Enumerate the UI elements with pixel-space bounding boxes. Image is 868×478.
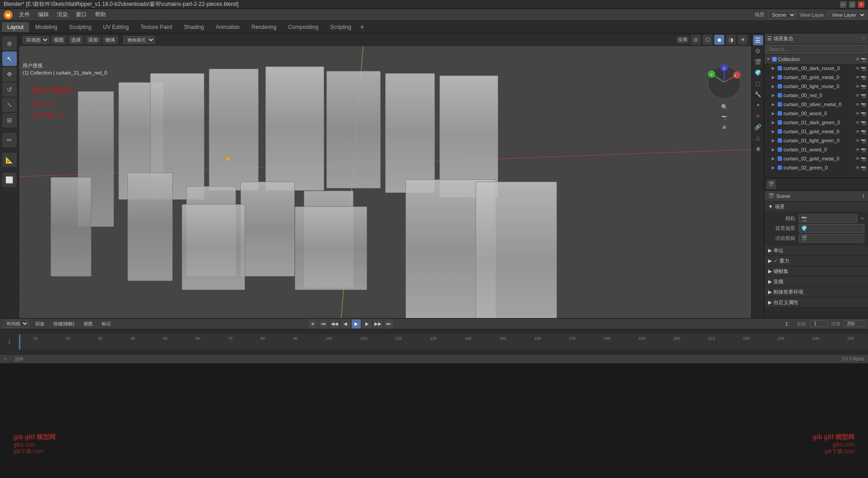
outliner-search-input[interactable] [766, 45, 866, 53]
mode-select[interactable]: 物体模式 [123, 36, 155, 44]
cam-icon[interactable]: 📷 [861, 57, 866, 62]
view-menu-btn[interactable]: 视图 [51, 36, 66, 44]
prop-section-header-gravity[interactable]: ▶ ✓ 重力 [764, 256, 868, 266]
prop-section-header-custom[interactable]: ▶ 自定义属性 [764, 297, 868, 307]
cam-icon[interactable]: 📷 [861, 84, 866, 89]
tab-texture-paint[interactable]: Texture Paint [135, 22, 178, 32]
select-tool[interactable]: ↖ [2, 52, 17, 66]
viewport-3d[interactable]: 3D视图 视图 选择 添加 物体 物体模式 全局 ⊙ ⬡ ◉ ◑ ☀ [19, 33, 751, 318]
outliner-item-12[interactable]: ▶ curtain_02_green_0 👁 📷 [764, 163, 868, 172]
eye-icon[interactable]: 👁 [855, 165, 860, 170]
constraints-icon[interactable]: 🔗 [753, 122, 763, 132]
viewport-shading-wire[interactable]: ⬡ [703, 35, 712, 45]
gravity-check[interactable]: ✓ [774, 258, 778, 264]
physics-icon[interactable]: ⚛ [753, 111, 763, 121]
blender-logo[interactable] [2, 10, 14, 20]
markers-menu-btn[interactable]: 标记 [99, 320, 113, 328]
menu-render[interactable]: 渲染 [53, 10, 71, 19]
cam-icon[interactable]: 📷 [861, 111, 866, 116]
eye-icon[interactable]: 👁 [855, 102, 860, 107]
tab-uv-editing[interactable]: UV Editing [98, 22, 134, 32]
eye-icon[interactable]: 👁 [855, 147, 860, 152]
tab-sculpting[interactable]: Sculpting [64, 22, 97, 32]
prop-expand-btn[interactable]: ⟨ [863, 193, 864, 198]
tab-scripting[interactable]: Scripting [325, 22, 357, 32]
cam-icon[interactable]: 📷 [861, 102, 866, 107]
tab-shading[interactable]: Shading [179, 22, 209, 32]
annotate-tool[interactable]: ✏ [2, 133, 17, 147]
tab-animation[interactable]: Animation [210, 22, 245, 32]
cursor-tool[interactable]: ⊕ [2, 36, 17, 51]
menu-edit[interactable]: 编辑 [34, 10, 52, 19]
step-fwd-btn[interactable]: ▶ [363, 319, 372, 328]
outliner-filter-btn[interactable]: ▽ [862, 36, 865, 41]
properties-icon[interactable]: ⚙ [753, 46, 763, 56]
close-btn[interactable]: ✕ [858, 1, 864, 8]
maximize-btn[interactable]: □ [849, 1, 855, 8]
viewport-shading-solid[interactable]: ◉ [714, 35, 724, 45]
prop-section-header-audio[interactable]: ▶ 音频 [764, 276, 868, 286]
transform-tool[interactable]: ⊞ [2, 113, 17, 127]
material-icon[interactable]: ◉ [753, 144, 763, 154]
bg-scene-value[interactable]: 🌍 [799, 224, 864, 233]
prop-section-header-units[interactable]: ▶ 单位 [764, 245, 868, 255]
add-workspace-btn[interactable]: + [358, 23, 367, 32]
minimize-btn[interactable]: ─ [840, 1, 846, 8]
outliner-item-7[interactable]: ▶ curtain_01_dark_green_0 👁 📷 [764, 118, 868, 127]
menu-file[interactable]: 文件 [15, 10, 33, 19]
tab-modeling[interactable]: Modeling [30, 22, 63, 32]
camera-edit-btn[interactable]: ✏ [861, 216, 864, 221]
world-props-icon[interactable]: 🌍 [753, 68, 763, 78]
cam-icon[interactable]: 📷 [861, 147, 866, 152]
zoom-in-btn[interactable]: 🔍 [720, 103, 729, 112]
grid-area[interactable]: 用户透视 (1) Collection | curtain_21_dark_re… [19, 46, 751, 318]
playback-menu-btn[interactable]: 回放 [33, 320, 47, 328]
move-tool[interactable]: ✥ [2, 67, 17, 81]
outliner-item-6[interactable]: ▶ curtain_00_wood_0 👁 📷 [764, 109, 868, 118]
cam-icon[interactable]: 📷 [861, 138, 866, 143]
cam-icon[interactable]: 📷 [861, 66, 866, 71]
step-back-btn[interactable]: ◀ [341, 319, 350, 328]
eye-icon[interactable]: 👁 [855, 111, 860, 116]
select-menu-btn[interactable]: 选择 [68, 36, 84, 44]
viewport-shading-material[interactable]: ◑ [726, 35, 736, 45]
scene-select[interactable]: Scene [768, 11, 796, 19]
record-btn[interactable]: ⏺ [308, 319, 317, 328]
outliner-item-4[interactable]: ▶ curtain_00_red_0 👁 📷 [764, 91, 868, 100]
prop-section-header-keying[interactable]: ▶ 键帧集 [764, 266, 868, 276]
collection-root[interactable]: ▼ Collection 👁 📷 [764, 55, 868, 64]
keying-menu-btn[interactable]: 按键(插帧) [51, 320, 77, 328]
cam-icon[interactable]: 📷 [861, 75, 866, 80]
outliner-item-8[interactable]: ▶ curtain_01_gold_metal_0 👁 📷 [764, 127, 868, 136]
camera-view-btn[interactable]: 📷 [720, 112, 729, 122]
particles-icon[interactable]: ✦ [753, 100, 763, 110]
rotate-tool[interactable]: ↺ [2, 82, 17, 97]
eye-icon[interactable]: 👁 [855, 120, 860, 125]
navigation-gizmo[interactable]: X Y Z 🔍 📷 ⊞ [706, 64, 742, 100]
eye-icon[interactable]: 👁 [855, 84, 860, 89]
cam-icon[interactable]: 📷 [861, 165, 866, 170]
frame-ruler[interactable]: 10 20 30 40 50 60 70 80 90 100 110 120 1… [19, 334, 868, 350]
eye-icon[interactable]: 👁 [855, 138, 860, 143]
timeline-view-btn[interactable]: 视图 [81, 320, 95, 328]
prev-keyframe-btn[interactable]: ◀◀ [330, 319, 339, 328]
outliner-item-2[interactable]: ▶ curtain_00_gold_metal_0 👁 📷 [764, 73, 868, 82]
active-clip-value[interactable]: 🎬 [799, 234, 864, 243]
eye-icon[interactable]: 👁 [855, 156, 860, 161]
start-frame-input[interactable] [810, 320, 828, 327]
editor-type-select[interactable]: 3D视图 [23, 36, 49, 44]
tab-compositing[interactable]: Compositing [283, 22, 324, 32]
add-menu-btn[interactable]: 添加 [85, 36, 101, 44]
menu-help[interactable]: 帮助 [91, 10, 109, 19]
camera-value[interactable]: 📷 [799, 214, 857, 223]
eye-icon[interactable]: 👁 [855, 93, 860, 98]
measure-tool[interactable]: 📐 [2, 153, 17, 167]
eye-icon[interactable]: 👁 [855, 57, 860, 62]
outliner-item-1[interactable]: ▶ curtain_00_dark_rouse_0 👁 📷 [764, 64, 868, 73]
jump-start-btn[interactable]: ⏮ [319, 319, 328, 328]
viewport-overlays-btn[interactable]: ⊙ [691, 35, 701, 45]
cam-icon[interactable]: 📷 [861, 156, 866, 161]
view-layer-select[interactable]: View Layer [828, 11, 866, 19]
grid-view-btn[interactable]: ⊞ [720, 122, 729, 131]
next-keyframe-btn[interactable]: ▶▶ [373, 319, 382, 328]
